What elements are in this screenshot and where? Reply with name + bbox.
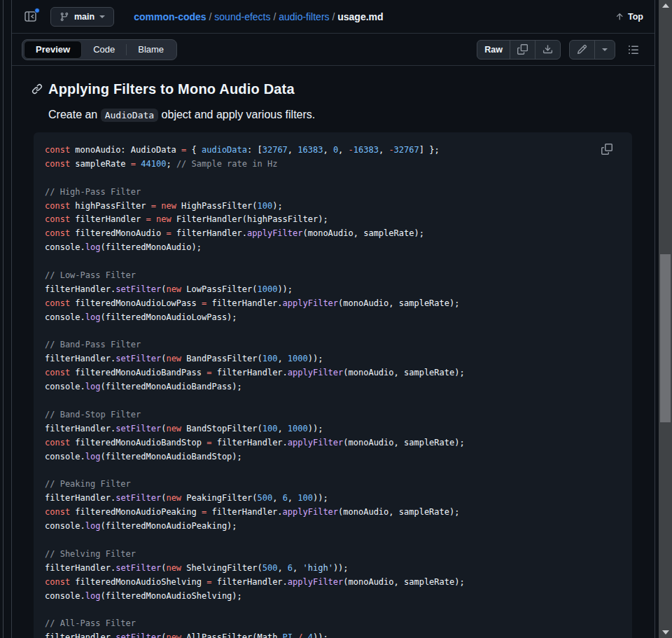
code-line: const filteredMonoAudioBandStop = filter…: [45, 436, 621, 450]
raw-button[interactable]: Raw: [477, 41, 510, 59]
breadcrumb-separator: /: [206, 11, 215, 22]
code-line: console.log(filteredMonoAudioShelving);: [45, 590, 621, 604]
copy-icon: [517, 44, 528, 55]
code-line: const filteredMonoAudioBandPass = filter…: [45, 366, 621, 380]
intro-text-before: Create an: [48, 109, 101, 120]
code-line: // Shelving Filter: [45, 548, 621, 562]
code-line: // High-Pass Filter: [45, 186, 621, 200]
code-line: const monoAudio: AudioData = { audioData…: [45, 144, 621, 158]
arrow-up-icon: [615, 12, 624, 22]
chevron-down-icon: [99, 15, 105, 18]
left-edge-divider: [3, 0, 4, 638]
code-line: console.log(filteredMonoAudio);: [45, 241, 621, 255]
chevron-down-icon: [602, 48, 608, 51]
code-block: const monoAudio: AudioData = { audioData…: [34, 132, 632, 638]
code-line: [45, 325, 621, 339]
code-line: const filteredMonoAudioShelving = filter…: [45, 576, 621, 590]
edit-file-button[interactable]: [570, 41, 594, 59]
code-line: filterHandler.setFilter(new LowPassFilte…: [45, 283, 621, 297]
code-line: [45, 394, 621, 408]
copy-raw-button[interactable]: [510, 41, 535, 59]
section-heading: Applying Filters to Mono Audio Data: [48, 81, 632, 97]
scrollbar-thumb[interactable]: [660, 254, 671, 422]
pencil-icon: [577, 44, 587, 55]
notification-dot: [34, 8, 40, 13]
code-line: filterHandler.setFilter(new BandPassFilt…: [45, 352, 621, 366]
list-unordered-icon: [628, 44, 639, 55]
download-button[interactable]: [536, 41, 560, 59]
code-line: const sampleRate = 44100; // Sample rate…: [45, 158, 621, 172]
top-link-label: Top: [628, 12, 643, 22]
code-line: [45, 255, 621, 269]
heading-anchor-link[interactable]: [31, 83, 43, 97]
tab-code[interactable]: Code: [82, 41, 126, 59]
outline-button[interactable]: [624, 40, 643, 60]
intro-paragraph: Create an AudioData object and apply var…: [48, 109, 632, 121]
inline-code-chip: AudioData: [101, 109, 158, 122]
code-line: [45, 464, 621, 478]
scrollbar-down-arrow[interactable]: [659, 627, 672, 638]
code-line: const filterHandler = new FilterHandler(…: [45, 213, 621, 227]
code-line: [45, 603, 621, 617]
copy-code-button[interactable]: [597, 139, 617, 159]
code-line: [45, 534, 621, 548]
edit-dropdown-button[interactable]: [595, 41, 615, 59]
code-line: const highPassFilter = new HighPassFilte…: [45, 200, 621, 214]
scroll-to-top-link[interactable]: Top: [615, 12, 643, 22]
breadcrumb: common-codes / sound-efects / audio-filt…: [134, 11, 383, 22]
code-line: const filteredMonoAudioLowPass = filterH…: [45, 297, 621, 311]
vertical-scrollbar[interactable]: [659, 0, 672, 638]
side-panel-icon: [24, 11, 36, 22]
scrollbar-up-arrow[interactable]: [659, 0, 672, 11]
file-view-container: main common-codes / sound-efects / audio…: [11, 0, 655, 638]
code-line: [45, 172, 621, 186]
file-header-bar: main common-codes / sound-efects / audio…: [12, 0, 654, 34]
page-title: Applying Filters to Mono Audio Data: [48, 81, 632, 97]
branch-selector-button[interactable]: main: [50, 7, 114, 27]
code-line: // Low-Pass Filter: [45, 269, 621, 283]
branch-name: main: [74, 12, 94, 22]
file-view-tabs: PreviewCodeBlame: [22, 39, 177, 60]
markdown-body: Applying Filters to Mono Audio Data Crea…: [12, 66, 654, 638]
breadcrumb-separator: /: [271, 11, 279, 22]
breadcrumb-separator: /: [330, 11, 338, 22]
code-line: // Band-Stop Filter: [45, 408, 621, 422]
code-line: console.log(filteredMonoAudioPeaking);: [45, 520, 621, 534]
code-line: const filteredMonoAudio = filterHandler.…: [45, 227, 621, 241]
code-line: console.log(filteredMonoAudioBandStop);: [45, 450, 621, 464]
breadcrumb-audio-filters[interactable]: audio-filters: [279, 11, 329, 22]
code-line: const filteredMonoAudioPeaking = filterH…: [45, 506, 621, 520]
code-line: // All-Pass Filter: [45, 617, 621, 631]
file-toolbar: PreviewCodeBlame Raw: [12, 34, 654, 66]
code-line: // Peaking Filter: [45, 478, 621, 492]
breadcrumb-common-codes[interactable]: common-codes: [134, 11, 206, 22]
code-line: console.log(filteredMonoAudioBandPass);: [45, 380, 621, 394]
sidebar-toggle-button[interactable]: [21, 8, 39, 26]
code-line: filterHandler.setFilter(new ShelvingFilt…: [45, 562, 621, 576]
triangle-up-icon: [662, 4, 669, 8]
breadcrumb-sound-efects[interactable]: sound-efects: [214, 11, 270, 22]
breadcrumb-usage.md: usage.md: [337, 11, 383, 22]
raw-button-group: Raw: [477, 40, 561, 60]
code-line: console.log(filteredMonoAudioLowPass);: [45, 311, 621, 325]
tab-preview[interactable]: Preview: [24, 41, 82, 59]
download-icon: [542, 44, 553, 55]
git-branch-icon: [59, 12, 69, 22]
tab-blame[interactable]: Blame: [127, 41, 175, 59]
link-icon: [31, 83, 43, 95]
triangle-down-icon: [662, 630, 669, 634]
code-lines: const monoAudio: AudioData = { audioData…: [45, 144, 621, 638]
code-line: filterHandler.setFilter(new AllPassFilte…: [45, 631, 621, 638]
intro-text-after: object and apply various filters.: [158, 109, 315, 120]
code-line: filterHandler.setFilter(new BandStopFilt…: [45, 422, 621, 436]
edit-button-group: [569, 40, 615, 60]
copy-icon: [601, 144, 612, 155]
code-line: // Band-Pass Filter: [45, 338, 621, 352]
code-line: filterHandler.setFilter(new PeakingFilte…: [45, 492, 621, 506]
